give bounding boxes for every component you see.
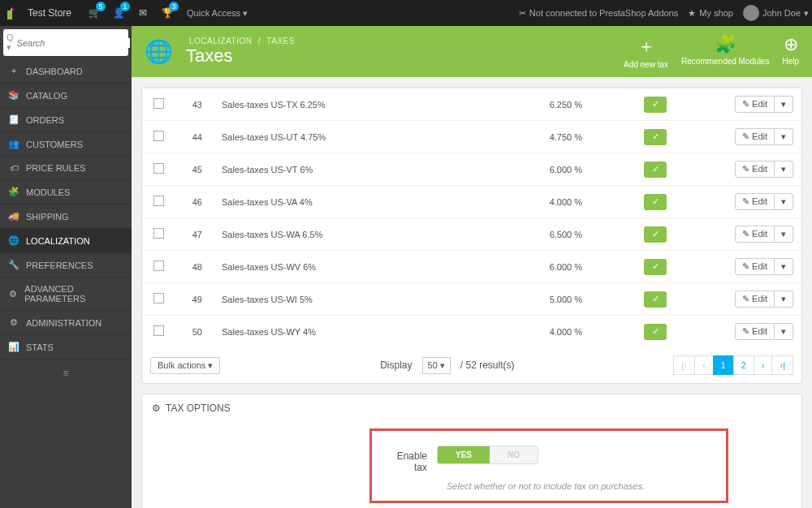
row-dropdown[interactable]: ▾ — [775, 193, 793, 210]
header-action-add-new-tax[interactable]: ＋Add new tax — [624, 34, 668, 69]
header-action-help[interactable]: ⊕Help — [782, 34, 799, 69]
enable-tax-no[interactable]: NO — [490, 446, 538, 463]
row-checkbox[interactable] — [153, 325, 164, 336]
nav-price-rules[interactable]: 🏷PRICE RULES — [0, 157, 132, 180]
row-id: 45 — [175, 153, 215, 186]
row-id: 49 — [175, 283, 215, 316]
tax-table-panel: 43Sales-taxes US-TX 6.25%6.250 %✓✎ Edit▾… — [141, 87, 802, 384]
nav-modules[interactable]: 🧩MODULES — [0, 180, 132, 204]
bulk-actions-button[interactable]: Bulk actions ▾ — [150, 357, 220, 374]
enabled-toggle[interactable]: ✓ — [644, 291, 667, 308]
page-2[interactable]: 2 — [733, 355, 754, 375]
enabled-toggle[interactable]: ✓ — [644, 324, 667, 340]
enabled-toggle[interactable]: ✓ — [644, 97, 667, 113]
nav-catalog[interactable]: 📚CATALOG — [0, 84, 132, 108]
mail-icon[interactable]: ✉ — [132, 2, 154, 24]
row-checkbox[interactable] — [153, 131, 164, 141]
globe-icon: 🌐 — [145, 38, 173, 65]
user-menu[interactable]: John Doe ▾ — [743, 5, 809, 21]
nav-label: STATS — [26, 342, 54, 352]
page-last[interactable]: ›| — [771, 355, 793, 375]
edit-button[interactable]: ✎ Edit — [735, 96, 775, 113]
table-row: 43Sales-taxes US-TX 6.25%6.250 %✓✎ Edit▾ — [142, 88, 801, 121]
nav-label: CUSTOMERS — [26, 140, 83, 149]
row-checkbox[interactable] — [153, 196, 164, 206]
row-id: 46 — [175, 186, 215, 218]
row-checkbox[interactable] — [153, 293, 164, 304]
display-label: Display — [380, 359, 412, 371]
row-checkbox[interactable] — [153, 260, 164, 271]
cart-icon[interactable]: 🛒5 — [83, 2, 106, 24]
row-rate: 4.000 % — [509, 186, 607, 218]
page-1[interactable]: 1 — [713, 355, 734, 375]
row-name[interactable]: Sales-taxes US-WI 5% — [215, 283, 509, 316]
edit-button[interactable]: ✎ Edit — [735, 323, 775, 340]
nav-label: MODULES — [26, 187, 70, 197]
nav-icon: 🏷 — [8, 163, 19, 173]
row-dropdown[interactable]: ▾ — [775, 291, 793, 308]
nav-shipping[interactable]: 🚚SHIPPING — [0, 204, 132, 229]
row-dropdown[interactable]: ▾ — [775, 128, 793, 145]
row-dropdown[interactable]: ▾ — [775, 161, 793, 178]
display-select[interactable]: 50 ▾ — [422, 357, 451, 374]
nav-label: PRICE RULES — [26, 163, 85, 173]
row-name[interactable]: Sales-taxes US-VT 6% — [215, 153, 509, 186]
enabled-toggle[interactable]: ✓ — [644, 129, 667, 145]
header-action-recommended-modules[interactable]: 🧩Recommended Modules — [681, 34, 769, 69]
my-shop-link[interactable]: ★ My shop — [688, 8, 733, 19]
edit-button[interactable]: ✎ Edit — [735, 258, 775, 275]
nav-advanced-parameters[interactable]: ⚙ADVANCED PARAMETERS — [0, 278, 132, 311]
nav-preferences[interactable]: 🔧PREFERENCES — [0, 253, 132, 278]
enabled-toggle[interactable]: ✓ — [644, 194, 667, 210]
enabled-toggle[interactable]: ✓ — [644, 226, 667, 243]
nav-icon: ⚙ — [8, 317, 19, 328]
row-name[interactable]: Sales-taxes US-WV 6% — [215, 251, 509, 283]
edit-button[interactable]: ✎ Edit — [735, 161, 775, 178]
row-name[interactable]: Sales-taxes US-VA 4% — [215, 186, 509, 218]
nav-label: PREFERENCES — [26, 260, 93, 270]
search-input[interactable] — [17, 38, 130, 48]
nav-administration[interactable]: ⚙ADMINISTRATION — [0, 311, 132, 335]
user-icon[interactable]: 👤1 — [107, 2, 130, 24]
edit-button[interactable]: ✎ Edit — [735, 291, 775, 308]
page-next[interactable]: › — [754, 355, 773, 375]
nav-orders[interactable]: 🧾ORDERS — [0, 108, 132, 132]
store-name: Test Store — [28, 7, 71, 19]
enable-tax-switch[interactable]: YES NO — [437, 446, 538, 464]
nav-stats[interactable]: 📊STATS — [0, 335, 132, 359]
sidebar-collapse[interactable]: ≡ — [0, 359, 132, 387]
row-checkbox[interactable] — [153, 163, 164, 174]
action-icon: ＋ — [624, 34, 668, 58]
row-dropdown[interactable]: ▾ — [775, 226, 793, 243]
search-box[interactable]: Q ▾ 🔍 — [3, 29, 128, 56]
sidebar: Q ▾ 🔍 ⌖DASHBOARD📚CATALOG🧾ORDERS👥CUSTOMER… — [0, 26, 132, 508]
enabled-toggle[interactable]: ✓ — [644, 259, 667, 275]
row-checkbox[interactable] — [153, 98, 164, 109]
edit-button[interactable]: ✎ Edit — [735, 193, 775, 210]
addons-link[interactable]: ✂ Not connected to PrestaShop Addons — [519, 8, 678, 19]
nav-localization[interactable]: 🌐LOCALIZATION — [0, 229, 132, 253]
edit-button[interactable]: ✎ Edit — [735, 226, 775, 243]
nav-label: ORDERS — [26, 115, 64, 125]
trophy-icon[interactable]: 🏆3 — [156, 2, 179, 24]
row-name[interactable]: Sales-taxes US-WA 6.5% — [215, 218, 509, 251]
edit-button[interactable]: ✎ Edit — [735, 128, 775, 145]
nav-dashboard[interactable]: ⌖DASHBOARD — [0, 59, 132, 84]
row-dropdown[interactable]: ▾ — [775, 96, 793, 113]
row-checkbox[interactable] — [153, 228, 164, 239]
tax-options-heading: ⚙ TAX OPTIONS — [142, 394, 801, 422]
enable-tax-yes[interactable]: YES — [438, 446, 490, 463]
page-first[interactable]: |‹ — [673, 355, 695, 375]
quick-access[interactable]: Quick Access ▾ — [187, 8, 248, 19]
page-prev[interactable]: ‹ — [694, 355, 714, 375]
row-name[interactable]: Sales-taxes US-TX 6.25% — [215, 88, 509, 121]
row-dropdown[interactable]: ▾ — [775, 258, 793, 275]
row-name[interactable]: Sales-taxes US-WY 4% — [215, 316, 509, 348]
logo[interactable] — [3, 4, 21, 22]
row-dropdown[interactable]: ▾ — [775, 323, 793, 340]
nav-label: ADVANCED PARAMETERS — [24, 284, 123, 304]
row-name[interactable]: Sales-taxes US-UT 4.75% — [215, 121, 509, 153]
nav-customers[interactable]: 👥CUSTOMERS — [0, 132, 132, 157]
enabled-toggle[interactable]: ✓ — [644, 161, 667, 178]
nav-icon: 🧾 — [8, 114, 19, 125]
